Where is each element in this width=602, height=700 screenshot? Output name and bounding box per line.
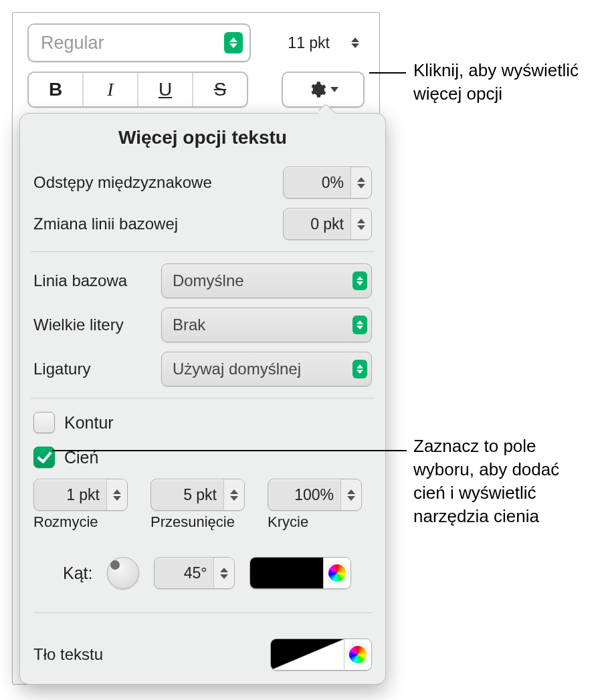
caps-value: Brak bbox=[173, 316, 205, 334]
baseline-value: Domyślne bbox=[173, 271, 244, 290]
angle-dial[interactable] bbox=[107, 557, 139, 589]
opacity-value: 100% bbox=[268, 486, 340, 504]
shadow-controls: 1 pkt Rozmycie 5 pkt Przesunięcie 100% bbox=[33, 475, 372, 531]
dial-dot-icon bbox=[110, 560, 120, 570]
char-spacing-value: 0% bbox=[284, 174, 350, 192]
font-row: Regular 11 pkt bbox=[13, 13, 379, 68]
stepper-icon bbox=[350, 167, 371, 198]
chevron-up-down-icon bbox=[224, 32, 243, 53]
caps-select[interactable]: Brak bbox=[161, 308, 372, 342]
angle-row: Kąt: 45° bbox=[33, 543, 372, 603]
format-panel: Regular 11 pkt B I U S Więcej opcji teks… bbox=[12, 12, 380, 685]
divider bbox=[31, 398, 375, 398]
underline-button[interactable]: U bbox=[138, 73, 193, 106]
stepper-icon bbox=[213, 558, 234, 588]
angle-stepper[interactable]: 45° bbox=[154, 557, 235, 589]
font-size-value: 11 pkt bbox=[288, 34, 330, 52]
offset-stepper[interactable]: 5 pkt bbox=[150, 479, 245, 511]
callout-shadow: Zaznacz to pole wyboru, aby dodać cień i… bbox=[413, 435, 594, 528]
baseline-shift-label: Zmiana linii bazowej bbox=[33, 215, 178, 233]
text-bg-label: Tło tekstu bbox=[33, 645, 103, 664]
italic-button[interactable]: I bbox=[84, 73, 138, 106]
popover-title: Więcej opcji tekstu bbox=[20, 114, 385, 159]
divider bbox=[33, 612, 372, 613]
char-spacing-label: Odstępy międzyznakowe bbox=[33, 173, 212, 192]
popover-arrow bbox=[318, 104, 337, 114]
more-text-options-popover: Więcej opcji tekstu Odstępy międzyznakow… bbox=[19, 113, 386, 685]
color-picker-button[interactable] bbox=[323, 558, 350, 588]
stepper-icon bbox=[340, 479, 361, 510]
divider bbox=[31, 251, 375, 252]
blur-stepper[interactable]: 1 pkt bbox=[33, 479, 128, 511]
baseline-label: Linia bazowa bbox=[33, 271, 144, 290]
color-picker-button[interactable] bbox=[344, 639, 371, 670]
opacity-label: Krycie bbox=[268, 513, 308, 531]
callout-gear: Kliknij, aby wyświetlić więcej opcji bbox=[413, 59, 594, 106]
font-size-field[interactable]: 11 pkt bbox=[263, 25, 334, 61]
ligatures-label: Ligatury bbox=[33, 360, 144, 378]
blur-value: 1 pkt bbox=[34, 486, 106, 504]
stepper-icon bbox=[223, 479, 244, 510]
text-style-segment: B I U S bbox=[27, 72, 248, 108]
baseline-shift-stepper[interactable]: 0 pkt bbox=[283, 208, 372, 240]
offset-label: Przesunięcie bbox=[150, 513, 235, 531]
strike-button[interactable]: S bbox=[193, 73, 247, 106]
color-swatch-none bbox=[271, 639, 344, 670]
outline-checkbox[interactable] bbox=[33, 412, 55, 433]
outline-label: Kontur bbox=[64, 413, 114, 433]
font-style-value: Regular bbox=[41, 33, 104, 53]
shadow-color-well[interactable] bbox=[249, 557, 351, 589]
blur-label: Rozmycie bbox=[33, 513, 98, 531]
chevron-down-icon bbox=[330, 87, 338, 92]
callout-line bbox=[52, 450, 407, 451]
angle-label: Kąt: bbox=[63, 564, 92, 583]
char-spacing-stepper[interactable]: 0% bbox=[283, 166, 372, 199]
angle-value: 45° bbox=[155, 564, 213, 582]
caps-label: Wielkie litery bbox=[33, 316, 144, 334]
baseline-shift-value: 0 pkt bbox=[284, 215, 350, 233]
ligatures-value: Używaj domyślnej bbox=[173, 360, 301, 378]
stepper-icon bbox=[350, 209, 371, 239]
callout-line bbox=[369, 72, 406, 74]
font-style-select[interactable]: Regular bbox=[27, 23, 251, 62]
font-size-stepper[interactable] bbox=[346, 32, 365, 53]
opacity-stepper[interactable]: 100% bbox=[268, 479, 362, 511]
stepper-icon bbox=[106, 479, 127, 510]
chevron-up-down-icon bbox=[353, 360, 367, 378]
color-wheel-icon bbox=[326, 562, 348, 584]
gear-icon bbox=[308, 80, 326, 99]
offset-value: 5 pkt bbox=[151, 486, 223, 504]
text-bg-color-well[interactable] bbox=[270, 638, 372, 671]
chevron-up-down-icon bbox=[353, 316, 367, 334]
color-swatch bbox=[250, 558, 323, 588]
more-options-button[interactable] bbox=[282, 72, 365, 108]
ligatures-select[interactable]: Używaj domyślnej bbox=[161, 352, 372, 386]
baseline-select[interactable]: Domyślne bbox=[161, 263, 372, 298]
color-wheel-icon bbox=[347, 644, 369, 665]
bold-button[interactable]: B bbox=[29, 73, 84, 106]
chevron-up-down-icon bbox=[353, 271, 367, 290]
